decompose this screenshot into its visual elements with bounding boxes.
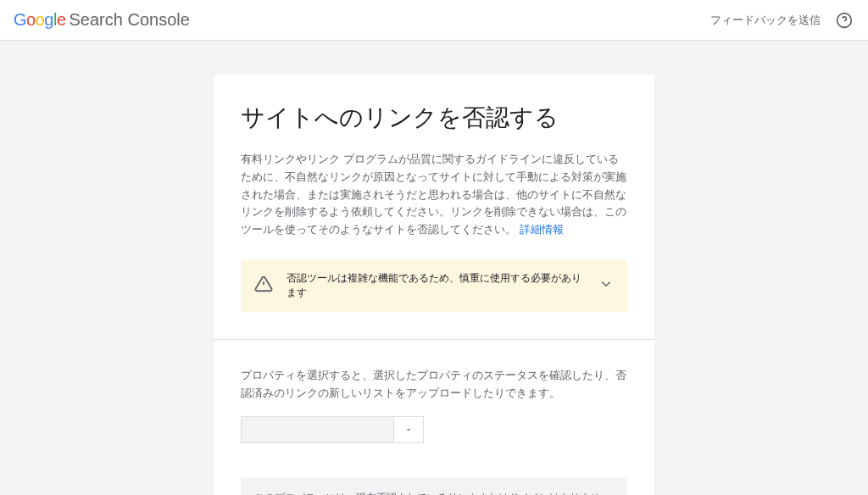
logo[interactable]: Google Search Console (14, 10, 190, 30)
learn-more-link[interactable]: 詳細情報 (520, 223, 564, 236)
property-dropdown-button[interactable] (393, 416, 424, 443)
chevron-down-icon[interactable] (598, 276, 614, 294)
warning-banner: 否認ツールは複雑な機能であるため、慎重に使用する必要があります (241, 259, 627, 312)
property-input[interactable] (241, 416, 393, 443)
property-selector (241, 416, 627, 443)
help-icon[interactable] (834, 10, 854, 31)
main-card: サイトへのリンクを否認する 有料リンクやリンク プログラムが品質に関するガイドラ… (214, 75, 654, 495)
page-title: サイトへのリンクを否認する (241, 102, 627, 134)
caret-down-icon (404, 425, 413, 434)
warning-text: 否認ツールは複雑な機能であるため、慎重に使用する必要があります (287, 271, 585, 300)
header-actions: フィードバックを送信 (710, 10, 854, 31)
status-message: このプロパティには、現在否認されているリンクまたはドメインはありません。 (241, 477, 627, 495)
description-text: 有料リンクやリンク プログラムが品質に関するガイドラインに違反しているために、不… (241, 151, 627, 239)
app-header: Google Search Console フィードバックを送信 (0, 0, 868, 41)
logo-product-name: Search Console (70, 10, 190, 30)
warning-icon (254, 275, 273, 296)
google-logo: Google (14, 10, 66, 30)
feedback-link[interactable]: フィードバックを送信 (710, 13, 821, 28)
section-divider (214, 339, 654, 340)
property-section-description: プロパティを選択すると、選択したプロパティのステータスを確認したり、否認済みのリ… (241, 367, 627, 403)
